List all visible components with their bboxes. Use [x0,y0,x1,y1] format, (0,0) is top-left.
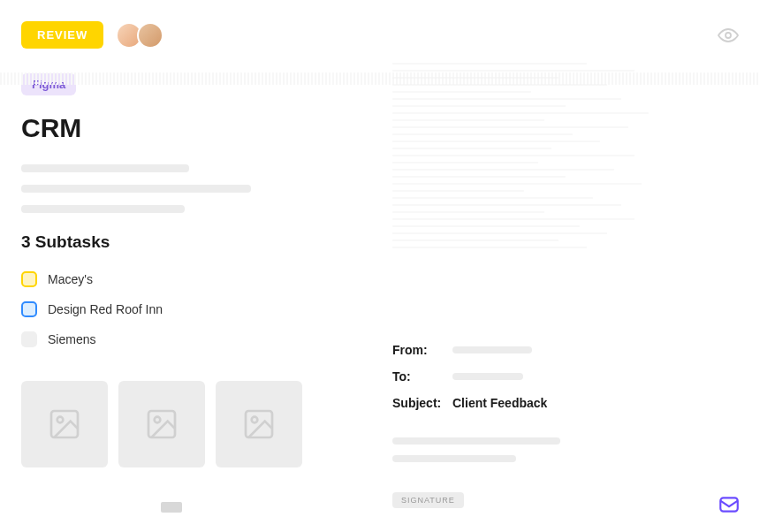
svg-rect-7 [720,498,738,511]
content-placeholder [392,63,739,319]
subtask-checkbox[interactable] [21,331,37,347]
email-body-placeholder [392,437,739,462]
svg-point-2 [57,417,64,423]
subtask-label: Design Red Roof Inn [48,302,163,316]
attachment-thumb[interactable] [21,381,108,467]
email-from-value [452,346,532,353]
subtasks-heading: 3 Subtasks [21,232,339,252]
subtask-item[interactable]: Design Red Roof Inn [21,294,339,324]
svg-point-6 [252,417,258,423]
subtask-item[interactable]: Siemens [21,324,339,354]
mail-icon[interactable] [718,493,741,516]
avatar[interactable] [137,22,163,49]
page-title: CRM [21,113,339,143]
subtask-label: Macey's [48,272,93,286]
subtask-item[interactable]: Macey's [21,264,339,294]
footer-placeholder [161,502,182,513]
subtask-checkbox[interactable] [21,271,37,287]
watch-icon[interactable] [718,25,739,46]
svg-point-4 [155,417,161,423]
subtask-checkbox[interactable] [21,301,37,317]
status-review-button[interactable]: REVIEW [21,21,103,49]
email-subject-value: Client Feedback [452,396,547,410]
email-from-label: From: [392,343,444,357]
svg-point-0 [726,33,731,38]
email-to-label: To: [392,369,444,384]
subtask-label: Siemens [48,332,95,346]
assignee-avatars[interactable] [116,22,163,49]
email-subject-label: Subject: [392,396,444,410]
description-placeholder [21,164,339,213]
signature-chip: SIGNATURE [392,492,464,508]
email-to-value [452,373,523,380]
attachment-thumb[interactable] [118,381,205,467]
attachment-thumb[interactable] [216,381,302,467]
